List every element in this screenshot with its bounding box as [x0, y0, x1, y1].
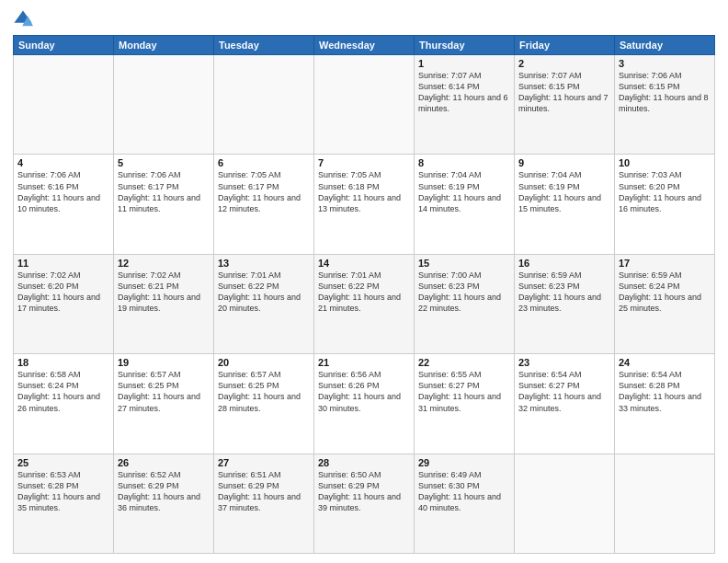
week-row-2: 11Sunrise: 7:02 AM Sunset: 6:20 PM Dayli… — [14, 254, 715, 353]
day-info: Sunrise: 7:06 AM Sunset: 6:17 PM Dayligh… — [118, 169, 210, 214]
day-info: Sunrise: 6:58 AM Sunset: 6:24 PM Dayligh… — [17, 369, 109, 414]
day-number: 11 — [17, 258, 109, 269]
day-info: Sunrise: 6:54 AM Sunset: 6:28 PM Dayligh… — [619, 369, 711, 414]
day-cell: 26Sunrise: 6:52 AM Sunset: 6:29 PM Dayli… — [114, 454, 214, 553]
header-wednesday: Wednesday — [314, 36, 415, 55]
page: Sunday Monday Tuesday Wednesday Thursday… — [0, 0, 728, 563]
day-cell: 29Sunrise: 6:49 AM Sunset: 6:30 PM Dayli… — [415, 454, 515, 553]
day-info: Sunrise: 7:07 AM Sunset: 6:15 PM Dayligh… — [518, 70, 610, 115]
week-row-4: 25Sunrise: 6:53 AM Sunset: 6:28 PM Dayli… — [14, 454, 715, 553]
day-info: Sunrise: 7:05 AM Sunset: 6:17 PM Dayligh… — [218, 169, 310, 214]
day-number: 19 — [118, 357, 210, 368]
day-info: Sunrise: 7:00 AM Sunset: 6:23 PM Dayligh… — [418, 270, 510, 315]
day-cell: 2Sunrise: 7:07 AM Sunset: 6:15 PM Daylig… — [515, 55, 615, 155]
day-cell: 17Sunrise: 6:59 AM Sunset: 6:24 PM Dayli… — [615, 254, 715, 353]
header-friday: Friday — [515, 36, 615, 55]
day-cell: 6Sunrise: 7:05 AM Sunset: 6:17 PM Daylig… — [214, 155, 314, 254]
day-cell: 3Sunrise: 7:06 AM Sunset: 6:15 PM Daylig… — [615, 55, 715, 155]
day-cell: 23Sunrise: 6:54 AM Sunset: 6:27 PM Dayli… — [515, 354, 615, 454]
day-info: Sunrise: 6:57 AM Sunset: 6:25 PM Dayligh… — [118, 369, 210, 414]
day-number: 12 — [118, 258, 210, 269]
day-number: 2 — [518, 58, 610, 69]
day-cell: 28Sunrise: 6:50 AM Sunset: 6:29 PM Dayli… — [314, 454, 415, 553]
day-info: Sunrise: 7:07 AM Sunset: 6:14 PM Dayligh… — [418, 70, 510, 115]
day-cell — [615, 454, 715, 553]
day-cell — [314, 55, 415, 155]
day-cell: 25Sunrise: 6:53 AM Sunset: 6:28 PM Dayli… — [14, 454, 114, 553]
day-info: Sunrise: 6:55 AM Sunset: 6:27 PM Dayligh… — [418, 369, 510, 414]
day-info: Sunrise: 6:53 AM Sunset: 6:28 PM Dayligh… — [17, 469, 109, 514]
day-info: Sunrise: 7:02 AM Sunset: 6:20 PM Dayligh… — [17, 270, 109, 315]
header-sunday: Sunday — [14, 36, 114, 55]
day-number: 13 — [218, 258, 310, 269]
day-number: 29 — [418, 457, 510, 468]
day-number: 16 — [518, 258, 610, 269]
day-cell — [114, 55, 214, 155]
header-saturday: Saturday — [615, 36, 715, 55]
logo — [13, 9, 35, 29]
logo-icon — [13, 9, 33, 29]
day-cell: 22Sunrise: 6:55 AM Sunset: 6:27 PM Dayli… — [415, 354, 515, 454]
day-cell — [14, 55, 114, 155]
day-number: 8 — [418, 157, 510, 168]
day-cell: 27Sunrise: 6:51 AM Sunset: 6:29 PM Dayli… — [214, 454, 314, 553]
day-number: 21 — [318, 357, 410, 368]
day-cell: 20Sunrise: 6:57 AM Sunset: 6:25 PM Dayli… — [214, 354, 314, 454]
day-info: Sunrise: 7:06 AM Sunset: 6:16 PM Dayligh… — [17, 169, 109, 214]
day-info: Sunrise: 6:59 AM Sunset: 6:23 PM Dayligh… — [518, 270, 610, 315]
day-info: Sunrise: 7:06 AM Sunset: 6:15 PM Dayligh… — [619, 70, 711, 115]
day-number: 17 — [619, 258, 711, 269]
header-thursday: Thursday — [415, 36, 515, 55]
day-number: 3 — [619, 58, 711, 69]
day-number: 15 — [418, 258, 510, 269]
day-info: Sunrise: 7:04 AM Sunset: 6:19 PM Dayligh… — [418, 169, 510, 214]
day-number: 5 — [118, 157, 210, 168]
day-number: 20 — [218, 357, 310, 368]
day-cell: 7Sunrise: 7:05 AM Sunset: 6:18 PM Daylig… — [314, 155, 415, 254]
day-number: 6 — [218, 157, 310, 168]
day-cell: 8Sunrise: 7:04 AM Sunset: 6:19 PM Daylig… — [415, 155, 515, 254]
day-number: 14 — [318, 258, 410, 269]
day-info: Sunrise: 6:57 AM Sunset: 6:25 PM Dayligh… — [218, 369, 310, 414]
day-number: 18 — [17, 357, 109, 368]
day-cell: 11Sunrise: 7:02 AM Sunset: 6:20 PM Dayli… — [14, 254, 114, 353]
day-info: Sunrise: 7:03 AM Sunset: 6:20 PM Dayligh… — [619, 169, 711, 214]
week-row-0: 1Sunrise: 7:07 AM Sunset: 6:14 PM Daylig… — [14, 55, 715, 155]
day-number: 23 — [518, 357, 610, 368]
day-cell: 16Sunrise: 6:59 AM Sunset: 6:23 PM Dayli… — [515, 254, 615, 353]
day-cell: 10Sunrise: 7:03 AM Sunset: 6:20 PM Dayli… — [615, 155, 715, 254]
day-info: Sunrise: 7:01 AM Sunset: 6:22 PM Dayligh… — [218, 270, 310, 315]
day-number: 7 — [318, 157, 410, 168]
header-monday: Monday — [114, 36, 214, 55]
day-cell: 18Sunrise: 6:58 AM Sunset: 6:24 PM Dayli… — [14, 354, 114, 454]
day-cell — [214, 55, 314, 155]
day-cell: 4Sunrise: 7:06 AM Sunset: 6:16 PM Daylig… — [14, 155, 114, 254]
week-row-3: 18Sunrise: 6:58 AM Sunset: 6:24 PM Dayli… — [14, 354, 715, 454]
day-info: Sunrise: 6:54 AM Sunset: 6:27 PM Dayligh… — [518, 369, 610, 414]
day-cell: 13Sunrise: 7:01 AM Sunset: 6:22 PM Dayli… — [214, 254, 314, 353]
day-cell: 12Sunrise: 7:02 AM Sunset: 6:21 PM Dayli… — [114, 254, 214, 353]
day-cell: 15Sunrise: 7:00 AM Sunset: 6:23 PM Dayli… — [415, 254, 515, 353]
day-number: 26 — [118, 457, 210, 468]
day-cell: 24Sunrise: 6:54 AM Sunset: 6:28 PM Dayli… — [615, 354, 715, 454]
day-number: 28 — [318, 457, 410, 468]
day-info: Sunrise: 7:04 AM Sunset: 6:19 PM Dayligh… — [518, 169, 610, 214]
day-info: Sunrise: 6:51 AM Sunset: 6:29 PM Dayligh… — [218, 469, 310, 514]
day-info: Sunrise: 6:49 AM Sunset: 6:30 PM Dayligh… — [418, 469, 510, 514]
week-row-1: 4Sunrise: 7:06 AM Sunset: 6:16 PM Daylig… — [14, 155, 715, 254]
top-section — [13, 9, 715, 29]
day-number: 22 — [418, 357, 510, 368]
day-info: Sunrise: 6:56 AM Sunset: 6:26 PM Dayligh… — [318, 369, 410, 414]
day-number: 24 — [619, 357, 711, 368]
day-number: 10 — [619, 157, 711, 168]
day-info: Sunrise: 6:52 AM Sunset: 6:29 PM Dayligh… — [118, 469, 210, 514]
day-info: Sunrise: 6:50 AM Sunset: 6:29 PM Dayligh… — [318, 469, 410, 514]
day-info: Sunrise: 7:01 AM Sunset: 6:22 PM Dayligh… — [318, 270, 410, 315]
header-tuesday: Tuesday — [214, 36, 314, 55]
day-number: 1 — [418, 58, 510, 69]
day-number: 4 — [17, 157, 109, 168]
calendar-table: Sunday Monday Tuesday Wednesday Thursday… — [13, 35, 715, 554]
day-info: Sunrise: 7:02 AM Sunset: 6:21 PM Dayligh… — [118, 270, 210, 315]
header-row: Sunday Monday Tuesday Wednesday Thursday… — [14, 36, 715, 55]
day-info: Sunrise: 6:59 AM Sunset: 6:24 PM Dayligh… — [619, 270, 711, 315]
